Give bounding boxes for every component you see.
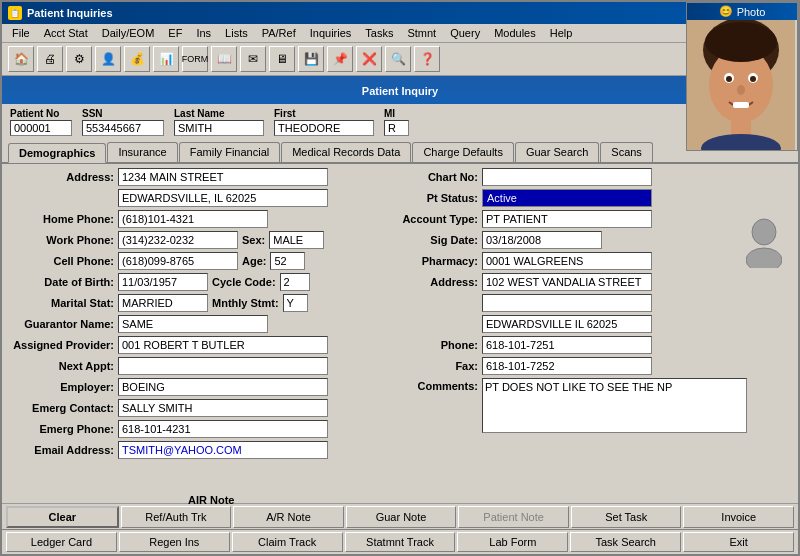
menu-daily-eom[interactable]: Daily/EOM [96,26,161,40]
tab-medical-records[interactable]: Medical Records Data [281,142,411,162]
pharmacy-address3-input[interactable] [482,315,652,333]
employer-input[interactable] [118,378,328,396]
menu-file[interactable]: File [6,26,36,40]
cell-phone-input[interactable] [118,252,238,270]
pharmacy-phone-input[interactable] [482,336,652,354]
assigned-provider-input[interactable] [118,336,328,354]
tb-help[interactable]: ❓ [414,46,440,72]
menu-stmnt[interactable]: Stmnt [401,26,442,40]
last-name-label: Last Name [174,108,264,119]
mnthly-stmt-label: Mnthly Stmt: [208,297,283,309]
next-appt-input[interactable] [118,357,328,375]
title-bar: 📋 Patient Inquiries ✕ [2,2,798,24]
pharmacy-phone-label: Phone: [392,339,482,351]
menu-paref[interactable]: PA/Ref [256,26,302,40]
svg-point-8 [737,85,745,95]
regen-ins-button[interactable]: Regen Ins [119,532,230,552]
ar-note-button[interactable]: A/R Note [233,506,344,528]
menu-ins[interactable]: Ins [190,26,217,40]
ref-auth-trk-button[interactable]: Ref/Auth Trk [121,506,232,528]
exit-button[interactable]: Exit [683,532,794,552]
ssn-label: SSN [82,108,164,119]
work-phone-input[interactable] [118,231,238,249]
pharmacy-address1-input[interactable] [482,273,652,291]
menu-inquiries[interactable]: Inquiries [304,26,358,40]
tb-form[interactable]: FORM [182,46,208,72]
chart-no-label: Chart No: [392,171,482,183]
mnthly-stmt-input[interactable] [283,294,308,312]
guar-note-button[interactable]: Guar Note [346,506,457,528]
home-phone-input[interactable] [118,210,268,228]
email-input[interactable] [118,441,328,459]
task-search-button[interactable]: Task Search [570,532,681,552]
menu-ef[interactable]: EF [162,26,188,40]
pharmacy-input[interactable] [482,252,652,270]
tb-close[interactable]: ❌ [356,46,382,72]
emerg-contact-input[interactable] [118,399,328,417]
pharmacy-address2-input[interactable] [482,294,652,312]
svg-point-12 [752,219,776,245]
tb-user[interactable]: 👤 [95,46,121,72]
tb-monitor[interactable]: 🖥 [269,46,295,72]
ssn-input[interactable] [82,120,164,136]
guarantor-name-input[interactable] [118,315,268,333]
sex-input[interactable] [269,231,324,249]
invoice-button[interactable]: Invoice [683,506,794,528]
tb-book[interactable]: 📖 [211,46,237,72]
menu-lists[interactable]: Lists [219,26,254,40]
cycle-code-label: Cycle Code: [208,276,280,288]
statmnt-track-button[interactable]: Statmnt Track [345,532,456,552]
smiley-icon: 😊 [719,5,733,18]
tab-guar-search[interactable]: Guar Search [515,142,599,162]
comments-textarea[interactable]: PT DOES NOT LIKE TO SEE THE NP [482,378,747,433]
patient-no-input[interactable] [10,120,72,136]
sex-label: Sex: [238,234,269,246]
tab-insurance[interactable]: Insurance [107,142,177,162]
work-phone-label: Work Phone: [8,234,118,246]
tb-print[interactable]: 🖨 [37,46,63,72]
menu-acct-stat[interactable]: Acct Stat [38,26,94,40]
tab-charge-defaults[interactable]: Charge Defaults [412,142,514,162]
account-type-input[interactable] [482,210,652,228]
emerg-contact-label: Emerg Contact: [8,402,118,414]
tb-chart[interactable]: 📊 [153,46,179,72]
pharmacy-fax-input[interactable] [482,357,652,375]
window-title: Patient Inquiries [27,7,113,19]
claim-track-button[interactable]: Claim Track [232,532,343,552]
tab-demographics[interactable]: Demographics [8,143,106,163]
marital-stat-input[interactable] [118,294,208,312]
tb-save[interactable]: 💾 [298,46,324,72]
emerg-phone-input[interactable] [118,420,328,438]
address-label: Address: [8,171,118,183]
tb-money[interactable]: 💰 [124,46,150,72]
set-task-button[interactable]: Set Task [571,506,682,528]
address2-input[interactable] [118,189,328,207]
menu-help[interactable]: Help [544,26,579,40]
menu-tasks[interactable]: Tasks [359,26,399,40]
dob-input[interactable] [118,273,208,291]
tab-scans[interactable]: Scans [600,142,653,162]
tb-settings[interactable]: ⚙ [66,46,92,72]
clear-button[interactable]: Clear [6,506,119,528]
patient-note-button[interactable]: Patient Note [458,506,569,528]
tb-mail[interactable]: ✉ [240,46,266,72]
tb-search[interactable]: 🔍 [385,46,411,72]
pt-status-label: Pt Status: [392,192,482,204]
address1-input[interactable] [118,168,328,186]
left-panel: Address: Home Phone: Work Phone: Sex: [8,168,378,438]
tab-family-financial[interactable]: Family Financial [179,142,280,162]
chart-no-input[interactable] [482,168,652,186]
sig-date-input[interactable] [482,231,602,249]
age-input[interactable] [270,252,305,270]
lab-form-button[interactable]: Lab Form [457,532,568,552]
mi-label: MI [384,108,409,119]
menu-modules[interactable]: Modules [488,26,542,40]
mi-input[interactable] [384,120,409,136]
cycle-code-input[interactable] [280,273,310,291]
tb-home[interactable]: 🏠 [8,46,34,72]
first-input[interactable] [274,120,374,136]
menu-query[interactable]: Query [444,26,486,40]
last-name-input[interactable] [174,120,264,136]
ledger-card-button[interactable]: Ledger Card [6,532,117,552]
tb-pin[interactable]: 📌 [327,46,353,72]
